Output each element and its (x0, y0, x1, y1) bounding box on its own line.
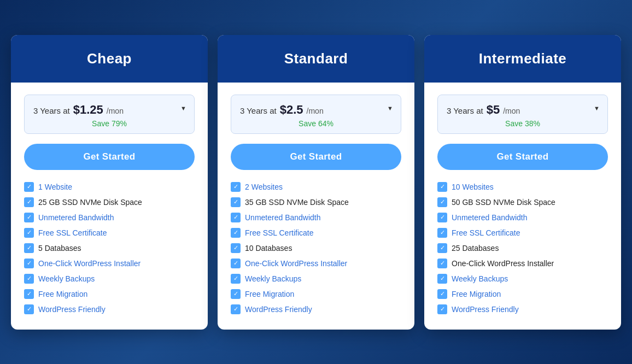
check-icon-intermediate-4: ✓ (437, 243, 447, 253)
feature-item-intermediate-3: ✓Free SSL Certificate (437, 228, 608, 238)
price-value-standard: $2.5 (280, 103, 303, 117)
price-period-cheap: 3 Years at (33, 106, 70, 115)
plan-title-cheap: Cheap (22, 50, 197, 67)
feature-item-standard-3: ✓Free SSL Certificate (231, 228, 401, 238)
check-icon-cheap-4: ✓ (24, 243, 34, 253)
feature-item-intermediate-8: ✓WordPress Friendly (437, 304, 608, 314)
feature-text-standard-7: Free Migration (245, 290, 294, 298)
feature-text-intermediate-3: Free SSL Certificate (452, 228, 520, 237)
get-started-button-cheap[interactable]: Get Started (24, 144, 195, 170)
features-list-standard: ✓2 Websites✓35 GB SSD NVMe Disk Space✓Un… (231, 182, 401, 314)
check-icon-cheap-8: ✓ (24, 304, 34, 314)
price-row-cheap: 3 Years at$1.25/mon (33, 103, 185, 117)
plan-header-standard: Standard (218, 35, 414, 83)
feature-item-intermediate-0: ✓10 Websites (437, 182, 608, 192)
feature-item-standard-4: ✓10 Databases (231, 243, 401, 253)
plan-card-cheap: Cheap3 Years at$1.25/mon▼Save 79%Get Sta… (11, 35, 208, 330)
plan-body-intermediate: 3 Years at$5/mon▼Save 38%Get Started✓10 … (424, 83, 621, 330)
price-period-standard: 3 Years at (240, 106, 277, 115)
feature-item-standard-1: ✓35 GB SSD NVMe Disk Space (231, 197, 401, 207)
check-icon-intermediate-5: ✓ (437, 259, 447, 268)
pricing-container: Cheap3 Years at$1.25/mon▼Save 79%Get Sta… (11, 35, 621, 330)
get-started-button-intermediate[interactable]: Get Started (437, 144, 608, 170)
check-icon-intermediate-8: ✓ (437, 304, 447, 314)
price-box-intermediate[interactable]: 3 Years at$5/mon▼Save 38% (437, 95, 608, 134)
check-icon-cheap-2: ✓ (24, 213, 34, 222)
get-started-button-standard[interactable]: Get Started (231, 144, 401, 170)
feature-text-cheap-4: 5 Databases (38, 244, 81, 253)
feature-text-cheap-7: Free Migration (38, 290, 87, 298)
plan-body-standard: 3 Years at$2.5/mon▼Save 64%Get Started✓2… (218, 83, 414, 330)
feature-text-intermediate-4: 25 Databases (452, 244, 499, 253)
check-icon-cheap-1: ✓ (24, 197, 34, 207)
feature-item-cheap-4: ✓5 Databases (24, 243, 195, 253)
feature-item-intermediate-1: ✓50 GB SSD NVMe Disk Space (437, 197, 608, 207)
price-per-cheap: /mon (107, 107, 124, 115)
feature-item-cheap-1: ✓25 GB SSD NVMe Disk Space (24, 197, 195, 207)
feature-item-cheap-8: ✓WordPress Friendly (24, 304, 195, 314)
price-value-intermediate: $5 (487, 103, 500, 117)
feature-item-standard-7: ✓Free Migration (231, 289, 401, 299)
check-icon-cheap-6: ✓ (24, 274, 34, 284)
dropdown-arrow-cheap[interactable]: ▼ (180, 105, 186, 111)
feature-text-standard-2: Unmetered Bandwidth (245, 213, 321, 222)
check-icon-standard-2: ✓ (231, 213, 241, 222)
feature-text-cheap-5: One-Click WordPress Installer (38, 259, 141, 268)
price-box-standard[interactable]: 3 Years at$2.5/mon▼Save 64% (231, 95, 401, 134)
feature-text-standard-1: 35 GB SSD NVMe Disk Space (245, 198, 349, 207)
feature-text-cheap-2: Unmetered Bandwidth (38, 213, 114, 222)
check-icon-cheap-7: ✓ (24, 289, 34, 299)
save-text-standard: Save 64% (240, 119, 392, 128)
check-icon-cheap-5: ✓ (24, 259, 34, 268)
feature-text-standard-0: 2 Websites (245, 183, 283, 191)
feature-item-standard-5: ✓One-Click WordPress Installer (231, 259, 401, 268)
plan-card-standard: Standard3 Years at$2.5/mon▼Save 64%Get S… (218, 35, 414, 330)
feature-item-intermediate-7: ✓Free Migration (437, 289, 608, 299)
feature-item-intermediate-6: ✓Weekly Backups (437, 274, 608, 284)
feature-text-intermediate-1: 50 GB SSD NVMe Disk Space (452, 198, 555, 207)
plan-header-intermediate: Intermediate (424, 35, 621, 83)
dropdown-arrow-intermediate[interactable]: ▼ (594, 105, 600, 111)
feature-text-intermediate-2: Unmetered Bandwidth (452, 213, 528, 222)
feature-item-cheap-0: ✓1 Website (24, 182, 195, 192)
price-period-intermediate: 3 Years at (447, 106, 483, 115)
price-per-standard: /mon (307, 107, 324, 115)
check-icon-standard-8: ✓ (231, 304, 241, 314)
feature-item-cheap-5: ✓One-Click WordPress Installer (24, 259, 195, 268)
check-icon-standard-6: ✓ (231, 274, 241, 284)
check-icon-intermediate-6: ✓ (437, 274, 447, 284)
dropdown-arrow-standard[interactable]: ▼ (387, 105, 393, 111)
feature-item-cheap-2: ✓Unmetered Bandwidth (24, 213, 195, 222)
feature-text-standard-3: Free SSL Certificate (245, 228, 314, 237)
check-icon-intermediate-2: ✓ (437, 213, 447, 222)
check-icon-intermediate-3: ✓ (437, 228, 447, 238)
check-icon-standard-4: ✓ (231, 243, 241, 253)
feature-item-cheap-7: ✓Free Migration (24, 289, 195, 299)
feature-text-intermediate-6: Weekly Backups (452, 274, 508, 283)
features-list-cheap: ✓1 Website✓25 GB SSD NVMe Disk Space✓Unm… (24, 182, 195, 314)
feature-text-intermediate-7: Free Migration (452, 290, 501, 298)
check-icon-standard-3: ✓ (231, 228, 241, 238)
feature-text-intermediate-0: 10 Websites (452, 183, 494, 191)
price-row-intermediate: 3 Years at$5/mon (447, 103, 599, 117)
feature-text-cheap-3: Free SSL Certificate (38, 228, 107, 237)
price-box-cheap[interactable]: 3 Years at$1.25/mon▼Save 79% (24, 95, 195, 134)
price-row-standard: 3 Years at$2.5/mon (240, 103, 392, 117)
feature-text-standard-4: 10 Databases (245, 244, 292, 253)
save-text-intermediate: Save 38% (447, 119, 599, 128)
feature-item-standard-2: ✓Unmetered Bandwidth (231, 213, 401, 222)
feature-item-standard-0: ✓2 Websites (231, 182, 401, 192)
feature-item-cheap-6: ✓Weekly Backups (24, 274, 195, 284)
check-icon-standard-1: ✓ (231, 197, 241, 207)
plan-card-intermediate: Intermediate3 Years at$5/mon▼Save 38%Get… (424, 35, 621, 330)
feature-text-intermediate-5: One-Click WordPress Installer (452, 259, 554, 268)
feature-text-cheap-1: 25 GB SSD NVMe Disk Space (38, 198, 142, 207)
check-icon-cheap-0: ✓ (24, 182, 34, 192)
save-text-cheap: Save 79% (33, 119, 185, 128)
feature-item-intermediate-5: ✓One-Click WordPress Installer (437, 259, 608, 268)
check-icon-standard-0: ✓ (231, 182, 241, 192)
feature-text-cheap-0: 1 Website (38, 183, 72, 191)
check-icon-intermediate-7: ✓ (437, 289, 447, 299)
feature-item-standard-8: ✓WordPress Friendly (231, 304, 401, 314)
feature-text-standard-6: Weekly Backups (245, 274, 301, 283)
